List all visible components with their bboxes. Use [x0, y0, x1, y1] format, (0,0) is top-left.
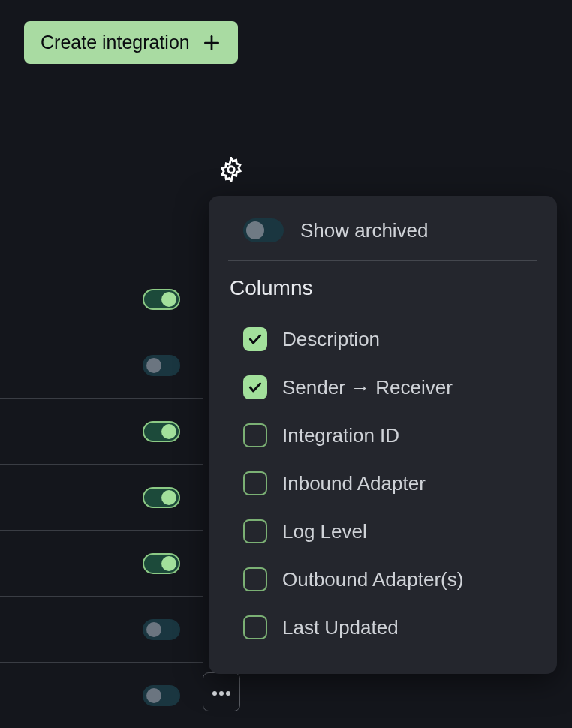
row-enabled-toggle[interactable] — [143, 685, 180, 706]
divider — [228, 260, 537, 261]
columns-title: Columns — [228, 276, 537, 300]
check-icon — [248, 332, 263, 347]
row-enabled-toggle[interactable] — [143, 355, 180, 376]
table-row — [0, 464, 203, 530]
row-enabled-toggle[interactable] — [143, 619, 180, 640]
row-enabled-toggle[interactable] — [143, 487, 180, 508]
table-row — [0, 596, 203, 662]
row-more-button[interactable] — [203, 672, 240, 711]
create-integration-label: Create integration — [41, 32, 190, 53]
column-option[interactable]: Last Updated — [228, 603, 537, 651]
column-option-label: Integration ID — [282, 424, 399, 447]
toggle-knob — [161, 424, 176, 439]
show-archived-label: Show archived — [300, 219, 429, 242]
table-row — [0, 530, 203, 596]
check-icon — [248, 380, 263, 395]
column-checkbox[interactable] — [243, 567, 267, 591]
column-option-label: Last Updated — [282, 616, 399, 639]
table-row — [0, 398, 203, 464]
column-checkbox[interactable] — [243, 471, 267, 495]
show-archived-toggle[interactable] — [243, 218, 284, 242]
toggle-knob — [146, 622, 161, 637]
column-option[interactable]: Outbound Adapter(s) — [228, 555, 537, 603]
toggle-knob — [146, 358, 161, 373]
column-checkbox[interactable] — [243, 375, 267, 399]
toggle-knob — [161, 292, 176, 307]
column-settings-popup: Show archived Columns DescriptionSender … — [209, 196, 557, 674]
toggle-knob — [146, 688, 161, 703]
column-option-label: Inbound Adapter — [282, 472, 426, 495]
svg-point-2 — [228, 166, 235, 173]
column-option[interactable]: Integration ID — [228, 411, 537, 459]
column-option-label: Log Level — [282, 520, 367, 543]
row-enabled-toggle[interactable] — [143, 553, 180, 574]
show-archived-row[interactable]: Show archived — [228, 218, 537, 260]
create-integration-button[interactable]: Create integration — [24, 21, 238, 64]
gear-icon — [218, 157, 244, 185]
column-checkbox[interactable] — [243, 423, 267, 447]
table-row — [0, 332, 203, 398]
column-checkbox[interactable] — [243, 615, 267, 639]
row-enabled-toggle[interactable] — [143, 421, 180, 442]
column-option[interactable]: Sender → Receiver — [228, 363, 537, 411]
column-checkbox[interactable] — [243, 327, 267, 351]
column-option[interactable]: Description — [228, 315, 537, 363]
toggle-knob — [161, 490, 176, 505]
plus-icon — [202, 33, 221, 53]
table-row — [0, 662, 203, 728]
column-option[interactable]: Inbound Adapter — [228, 459, 537, 507]
column-option[interactable]: Log Level — [228, 507, 537, 555]
column-option-label: Sender → Receiver — [282, 376, 453, 399]
column-option-label: Description — [282, 328, 380, 351]
column-checkbox[interactable] — [243, 519, 267, 543]
settings-gear-button[interactable] — [218, 157, 245, 184]
toggle-knob — [246, 221, 264, 239]
row-enabled-toggle[interactable] — [143, 289, 180, 310]
more-horizontal-icon — [212, 687, 232, 698]
column-option-label: Outbound Adapter(s) — [282, 568, 463, 591]
table-row — [0, 266, 203, 332]
toggle-knob — [161, 556, 176, 571]
